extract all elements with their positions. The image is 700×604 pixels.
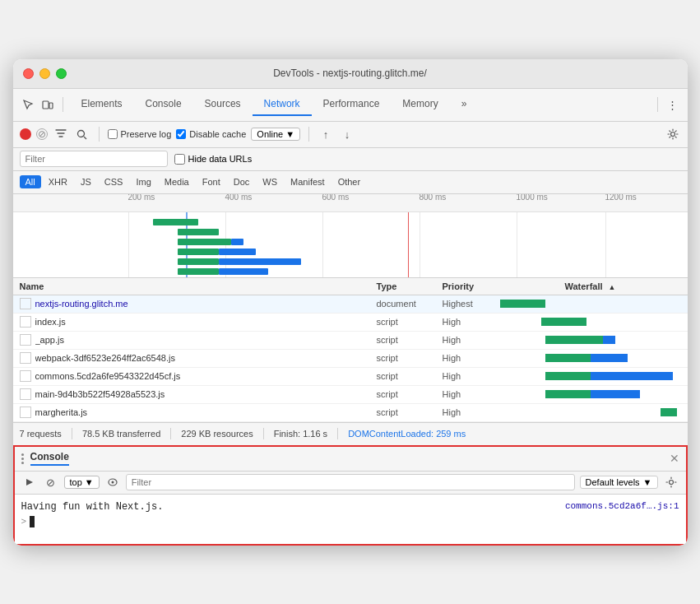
waterfall-bar [545,336,603,344]
tab-console[interactable]: Console [134,93,193,116]
drag-handle[interactable] [21,453,24,464]
type-btn-manifest[interactable]: Manifest [285,175,331,188]
maximize-button[interactable] [56,68,67,79]
svg-line-3 [84,137,86,139]
type-btn-all[interactable]: All [20,175,41,188]
import-har-icon[interactable]: ↑ [318,126,334,142]
filter-icon[interactable] [53,126,69,142]
type-btn-media[interactable]: Media [159,175,195,188]
col-header-priority[interactable]: Priority [443,281,500,291]
console-settings-icon[interactable] [663,474,679,490]
context-select[interactable]: top ▼ [64,476,100,489]
network-settings-icon[interactable] [665,126,681,142]
type-btn-js[interactable]: JS [75,175,97,188]
col-header-waterfall[interactable]: Waterfall ▲ [500,281,681,291]
file-name[interactable]: nextjs-routing.glitch.me [35,299,377,309]
tick-1000ms: 1000 ms [517,194,548,202]
network-table[interactable]: nextjs-routing.glitch.me document Highes… [13,295,688,422]
tab-more[interactable]: » [450,93,479,116]
console-filter-input[interactable] [126,474,575,490]
file-name[interactable]: index.js [35,317,377,327]
tab-memory[interactable]: Memory [391,93,449,116]
file-icon [20,334,31,346]
settings-icon[interactable]: ⋮ [665,96,681,113]
sort-arrow: ▲ [609,283,616,291]
disable-cache-checkbox[interactable]: Disable cache [176,129,246,139]
col-header-name[interactable]: Name [20,281,377,291]
toolbar-separator [63,97,63,112]
console-toolbar: ⊘ top ▼ Default levels ▼ [15,472,686,495]
file-name[interactable]: main-9d4b3b522f54928a5523.js [35,389,377,399]
console-log-source[interactable]: commons.5cd2a6f….js:1 [565,501,679,511]
col-header-type[interactable]: Type [377,281,443,291]
file-priority: High [443,371,500,381]
chart-bar-3a [178,249,219,255]
tick-1200ms: 1200 ms [605,194,637,202]
console-prompt[interactable]: > [21,514,679,527]
svg-rect-1 [49,103,53,109]
cursor-icon[interactable] [20,96,36,113]
search-icon[interactable] [74,126,90,142]
filter-input[interactable] [20,151,168,167]
record-button[interactable] [20,128,31,140]
file-name[interactable]: margherita.js [35,407,377,417]
type-btn-doc[interactable]: Doc [228,175,256,188]
minimize-button[interactable] [39,68,50,79]
table-row[interactable]: commons.5cd2a6fe9543322d45cf.js script H… [13,368,688,386]
console-close-button[interactable]: ✕ [670,452,679,465]
file-name[interactable]: commons.5cd2a6fe9543322d45cf.js [35,371,377,381]
file-type: script [377,317,443,327]
grid-line-1 [128,212,129,277]
type-btn-ws[interactable]: WS [257,175,283,188]
file-name[interactable]: _app.js [35,335,377,345]
file-priority: High [443,317,500,327]
throttle-select[interactable]: Online ▼ [251,128,300,141]
type-btn-img[interactable]: Img [130,175,156,188]
waterfall-cell [500,298,681,309]
preserve-log-checkbox[interactable]: Preserve log [108,129,172,139]
type-btn-other[interactable]: Other [332,175,367,188]
table-row[interactable]: nextjs-routing.glitch.me document Highes… [13,295,688,314]
table-row[interactable]: margherita.js script High [13,404,688,422]
svg-point-8 [669,481,673,485]
table-row[interactable]: _app.js script High [13,332,688,350]
file-type: script [377,335,443,345]
close-button[interactable] [23,68,34,79]
console-levels-select[interactable]: Default levels ▼ [580,476,658,489]
cursor [30,516,35,527]
eye-icon[interactable] [104,474,121,490]
timeline-ticks: 200 ms 400 ms 600 ms 800 ms 1000 ms 1200… [13,194,688,212]
file-type: script [377,389,443,399]
execute-script-icon[interactable] [21,474,38,490]
waterfall-bar [545,390,591,398]
tab-performance[interactable]: Performance [312,93,392,116]
filter-bar: Hide data URLs [13,148,688,171]
chart-bar-2a [178,239,231,245]
svg-point-4 [670,132,675,137]
grid-line-5 [517,212,517,277]
net-toolbar-sep-2 [308,127,309,142]
clear-console-icon[interactable]: ⊘ [43,474,59,490]
table-row[interactable]: webpack-3df6523e264ff2ac6548.js script H… [13,350,688,368]
clear-button[interactable]: ⊘ [36,128,48,140]
export-har-icon[interactable]: ↓ [339,126,355,142]
console-title: Console [30,451,670,466]
svg-point-2 [78,130,85,137]
table-row[interactable]: index.js script High [13,314,688,332]
table-row[interactable]: main-9d4b3b522f54928a5523.js script High [13,386,688,404]
dom-content-loaded-status: DOMContentLoaded: 259 ms [348,429,466,439]
toolbar-separator-2 [657,97,658,112]
status-sep-2 [170,428,171,439]
load-line [408,212,409,277]
tab-sources[interactable]: Sources [193,93,253,116]
device-toolbar-icon[interactable] [39,96,56,113]
hide-data-urls-checkbox[interactable]: Hide data URLs [174,154,253,165]
type-btn-css[interactable]: CSS [99,175,129,188]
tab-network[interactable]: Network [253,93,312,116]
waterfall-cell [500,352,681,364]
type-btn-xhr[interactable]: XHR [43,175,73,188]
tab-elements[interactable]: Elements [70,93,134,116]
waterfall-bar-2 [591,372,673,380]
file-name[interactable]: webpack-3df6523e264ff2ac6548.js [35,353,377,363]
type-btn-font[interactable]: Font [197,175,226,188]
